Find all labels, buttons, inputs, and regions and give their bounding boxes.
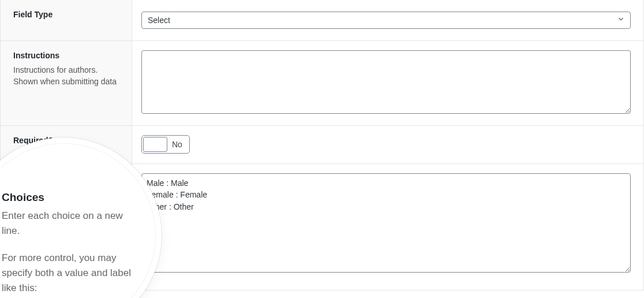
instructions-textarea[interactable]: [141, 50, 631, 114]
choices-label: Choices: [2, 191, 143, 204]
toggle-knob: [143, 137, 167, 152]
choices-textarea[interactable]: [141, 173, 631, 273]
required-toggle[interactable]: No: [141, 135, 190, 154]
choices-desc: Enter each choice on a new line. For mor…: [2, 208, 143, 296]
instructions-row: Instructions Instructions for authors. S…: [1, 41, 643, 126]
required-toggle-label: No: [171, 140, 188, 149]
instructions-desc: Instructions for authors. Shown when sub…: [13, 64, 122, 88]
field-type-label: Field Type: [13, 9, 122, 21]
field-type-row: Field Type Select: [1, 0, 643, 41]
field-type-select[interactable]: Select: [141, 12, 631, 29]
instructions-label: Instructions: [13, 50, 122, 62]
